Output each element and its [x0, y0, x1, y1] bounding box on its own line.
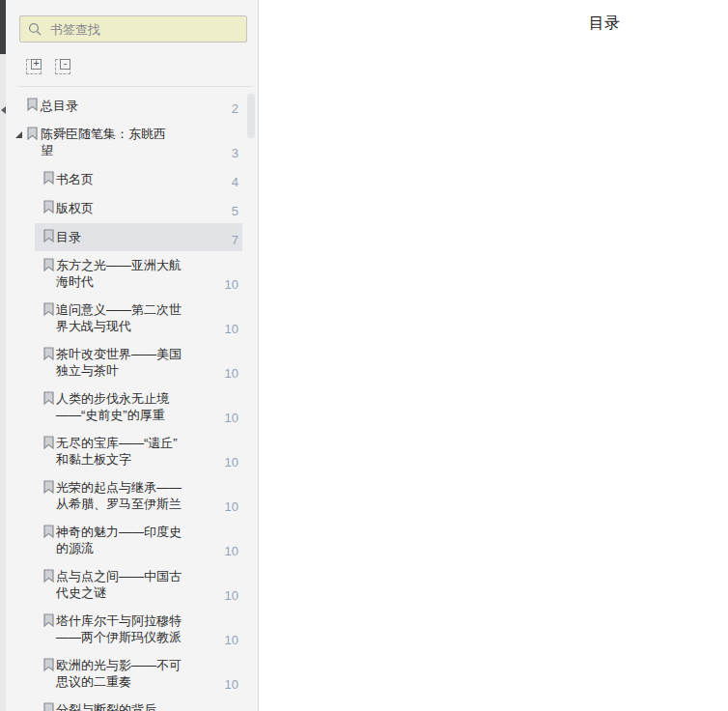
bookmark-page-number: 2: [232, 101, 238, 116]
minus-box-icon: -: [60, 59, 70, 70]
bookmark-label: 人类的步伐永无止境——“史前史”的厚重: [56, 390, 189, 423]
expanded-triangle-icon[interactable]: [15, 131, 22, 138]
bookmark-icon: [43, 613, 54, 627]
bookmark-icon: [43, 702, 54, 711]
bookmark-page-number: 4: [232, 175, 238, 189]
bookmark-page-number: 10: [225, 677, 238, 692]
bookmark-icon: [43, 480, 54, 494]
bookmark-tree-item[interactable]: 塔什库尔干与阿拉穆特——两个伊斯玛仪教派 10: [6, 608, 258, 652]
bookmark-tree-item[interactable]: 东方之光——亚洲大航海时代 10: [6, 252, 258, 297]
bookmark-icon: [43, 436, 54, 449]
bookmark-page-number: 5: [232, 204, 238, 218]
sidebar-scrollbar-thumb[interactable]: [247, 94, 255, 138]
bookmark-tree-item[interactable]: 目录 7: [6, 223, 258, 252]
bookmark-tree-item[interactable]: 欧洲的光与影——不可思议的二重奏 10: [6, 652, 258, 697]
bookmark-icon: [43, 391, 54, 405]
bookmark-search-box[interactable]: [19, 15, 247, 43]
bookmark-icon: [43, 347, 54, 360]
bookmark-page-number: 10: [225, 277, 238, 292]
bookmark-icon: [43, 658, 54, 671]
bookmark-label: 点与点之间——中国古代史之谜: [56, 568, 189, 601]
bookmark-search-input[interactable]: [48, 21, 238, 38]
bookmark-icon: [43, 200, 54, 213]
bookmark-icon: [43, 171, 54, 185]
bookmark-icon: [43, 525, 54, 538]
bookmark-tree-item[interactable]: 点与点之间——中国古代史之谜 10: [6, 563, 258, 608]
bookmark-label: 总目录: [41, 98, 78, 114]
bookmark-icon: [27, 98, 38, 111]
bookmark-tree-item[interactable]: 无尽的宝库——“遗丘”和黏土板文字 10: [6, 430, 258, 474]
bookmark-page-number: 10: [225, 544, 238, 558]
bookmark-label: 无尽的宝库——“遗丘”和黏土板文字: [56, 435, 189, 468]
bookmark-tree-item[interactable]: 书名页 4: [6, 165, 258, 194]
bookmark-page-number: 10: [225, 499, 238, 514]
bookmark-label: 版权页: [56, 200, 94, 216]
bookmark-label: 陈舜臣随笔集：东眺西望: [41, 126, 174, 158]
bookmark-label: 光荣的起点与继承——从希腊、罗马至伊斯兰: [56, 479, 189, 512]
bookmark-tree-item[interactable]: 追问意义——第二次世界大战与现代 10: [6, 297, 258, 341]
bookmark-tree-item[interactable]: 人类的步伐永无止境——“史前史”的厚重 10: [6, 385, 258, 430]
collapse-all-button[interactable]: -: [55, 59, 70, 74]
bookmark-page-number: 7: [232, 233, 238, 247]
bookmark-tree-item[interactable]: 陈舜臣随笔集：东眺西望 3: [6, 121, 258, 165]
bookmark-label: 塔什库尔干与阿拉穆特——两个伊斯玛仪教派: [56, 612, 189, 645]
bookmark-page-number: 10: [225, 588, 238, 603]
bookmark-icon: [43, 302, 54, 316]
bookmark-icon: [43, 258, 54, 271]
bookmark-label: 目录: [56, 229, 81, 245]
bookmark-page-number: 10: [225, 455, 238, 469]
bookmark-tree-item[interactable]: 版权页 5: [6, 194, 258, 223]
bookmark-tree: 总目录 2 陈舜臣随笔集：东眺西望 3 书名页 4 版权页 5: [6, 92, 258, 711]
bookmark-tree-item[interactable]: 总目录 2: [6, 92, 258, 121]
expand-all-button[interactable]: +: [26, 59, 42, 74]
bookmark-page-number: 10: [225, 322, 238, 336]
bookmark-label: 东方之光——亚洲大航海时代: [56, 257, 189, 290]
bookmark-page-number: 10: [225, 633, 238, 647]
bookmark-page-number: 3: [232, 146, 238, 160]
bookmark-icon: [43, 569, 54, 583]
bookmark-tree-item[interactable]: 分裂与断裂的背后——“大唐之春”前史 10: [6, 697, 258, 711]
bookmark-tree-toolbar: + -: [26, 59, 70, 74]
bookmark-tree-item[interactable]: 神奇的魅力——印度史的源流 10: [6, 519, 258, 563]
bookmark-page-number: 10: [225, 411, 238, 425]
search-icon: [28, 22, 42, 36]
toolbar-separator: [18, 86, 252, 87]
bookmark-label: 茶叶改变世界——美国独立与茶叶: [56, 346, 189, 379]
document-page: 目录: [259, 0, 728, 711]
bookmark-label: 神奇的魅力——印度史的源流: [56, 524, 189, 556]
bookmark-label: 分裂与断裂的背后——“大唐之春”前史: [56, 701, 189, 711]
bookmark-icon: [27, 127, 38, 140]
bookmark-label: 欧洲的光与影——不可思议的二重奏: [56, 657, 189, 690]
plus-box-icon: +: [31, 59, 42, 70]
bookmark-page-number: 10: [225, 366, 238, 381]
bookmarks-panel: + - 总目录 2 陈舜臣随笔集：东眺西望 3: [6, 0, 259, 711]
bookmark-icon: [43, 229, 54, 242]
bookmark-label: 书名页: [56, 171, 94, 187]
page-title: 目录: [589, 14, 620, 34]
bookmark-tree-item[interactable]: 茶叶改变世界——美国独立与茶叶 10: [6, 341, 258, 385]
bookmark-tree-item[interactable]: 光荣的起点与继承——从希腊、罗马至伊斯兰 10: [6, 474, 258, 519]
bookmark-label: 追问意义——第二次世界大战与现代: [56, 301, 189, 334]
